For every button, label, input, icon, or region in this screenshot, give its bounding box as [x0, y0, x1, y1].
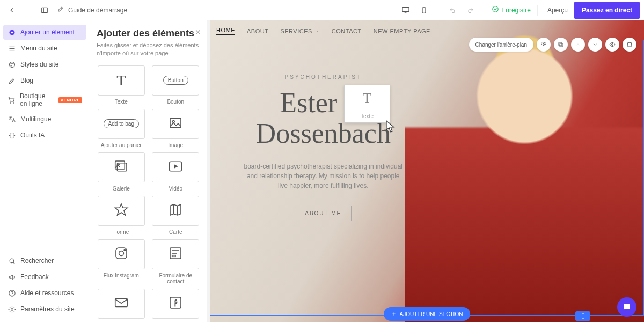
sidebar-item-label: Boutique en ligne: [20, 92, 54, 107]
element-tile-box: [98, 239, 145, 269]
sidebar-item-help[interactable]: Aide et ressources: [3, 286, 86, 301]
svg-point-17: [12, 63, 13, 64]
sidebar-item-site-styles[interactable]: Styles du site: [3, 57, 86, 72]
hero-text-block[interactable]: PSYCHOTHERAPIST Ester S. Dossenbach boar…: [219, 74, 427, 221]
pill-glyph: Add to bag: [104, 119, 139, 128]
add-section-label: AJOUTER UNE SECTION: [400, 311, 463, 317]
palette-icon: [8, 60, 16, 69]
sidebar-item-add-element[interactable]: Ajouter un élément: [3, 25, 86, 40]
section-move-handle[interactable]: [575, 311, 590, 321]
element-tile-subscribe[interactable]: S'abonner: [97, 289, 146, 322]
pill-glyph: Button: [163, 76, 188, 85]
sidebar-item-label: Styles du site: [20, 61, 58, 68]
element-tile-add-to-bag[interactable]: Add to bagAjouter au panier: [97, 109, 146, 148]
svg-rect-43: [115, 299, 128, 307]
element-tile-box: Button: [152, 65, 199, 96]
page-nav: HOMEABOUTSERVICESCONTACTNEW EMPTY PAGE: [216, 27, 430, 35]
element-tile-label: Carte: [169, 229, 182, 235]
desktop-view-button[interactable]: [398, 3, 413, 18]
element-tile-shape[interactable]: Forme: [97, 196, 146, 235]
text-glyph-icon: T: [116, 72, 126, 89]
divider: [438, 5, 438, 16]
element-tile-text[interactable]: TTexte: [97, 65, 146, 105]
sidebar-item-settings[interactable]: Paramètres du site: [3, 302, 86, 317]
pencil-icon: [8, 76, 16, 85]
element-tile-instagram[interactable]: Flux Instagram: [97, 239, 146, 284]
editor-canvas[interactable]: HOMEABOUTSERVICESCONTACTNEW EMPTY PAGE C…: [210, 20, 644, 322]
svg-marker-33: [115, 204, 128, 215]
add-section-button[interactable]: ＋ AJOUTER UNE SECTION: [384, 307, 471, 321]
nav-item-contact[interactable]: CONTACT: [332, 28, 362, 34]
nav-item-home[interactable]: HOME: [216, 27, 235, 35]
facebook-icon: [167, 295, 184, 312]
element-tile-box: T: [98, 65, 145, 96]
cursor-icon: [386, 120, 397, 135]
saved-label: Enregistré: [501, 6, 531, 14]
about-me-button[interactable]: ABOUT ME: [295, 206, 352, 221]
nav-item-about[interactable]: ABOUT: [247, 28, 268, 34]
element-tile-button[interactable]: ButtonBouton: [151, 65, 201, 105]
chat-fab[interactable]: [617, 297, 636, 317]
rocket-icon: [57, 5, 65, 14]
sparkles-icon: [8, 131, 16, 140]
sidebar-item-ai-tools[interactable]: Outils IA: [3, 128, 86, 143]
mobile-view-button[interactable]: [416, 3, 431, 18]
svg-rect-42: [172, 255, 175, 257]
element-tile-image[interactable]: Image: [151, 109, 201, 148]
svg-marker-32: [174, 165, 179, 169]
sidebar-item-search[interactable]: Rechercher: [3, 253, 86, 268]
go-live-button[interactable]: Passez en direct: [574, 2, 640, 19]
element-tile-box: Add to bag: [98, 109, 145, 139]
hero-description: board-certified psychotherapist speciali…: [243, 162, 404, 191]
sidebar-item-label: Rechercher: [20, 257, 54, 265]
sidebar-item-blog[interactable]: Blog: [3, 73, 86, 88]
element-tile-video[interactable]: Vidéo: [151, 152, 201, 192]
element-tile-social[interactable]: Icônes sociales: [151, 289, 201, 322]
svg-point-15: [9, 62, 14, 67]
sidebar: Ajouter un élémentMenu du siteStyles du …: [0, 20, 90, 322]
elements-panel: ✕ Ajouter des éléments Faites glisser et…: [90, 20, 207, 322]
sidebar-item-label: Ajouter un élément: [20, 28, 75, 36]
element-tile-form[interactable]: Formulaire de contact: [151, 239, 201, 284]
nav-item-new-empty-page[interactable]: NEW EMPTY PAGE: [374, 28, 430, 34]
svg-point-24: [12, 295, 12, 295]
redo-button[interactable]: [463, 3, 478, 18]
nav-item-services[interactable]: SERVICES: [280, 28, 312, 34]
element-tile-box: [152, 196, 199, 226]
element-tile-box: [152, 239, 199, 269]
element-tile-gallery[interactable]: Galerie: [97, 152, 146, 192]
envelope-icon: [113, 295, 129, 312]
instagram-icon: [113, 245, 129, 263]
svg-rect-0: [42, 8, 48, 12]
setup-guide-link[interactable]: Guide de démarrage: [57, 5, 127, 14]
element-tile-label: Flux Instagram: [104, 273, 139, 279]
sidebar-item-multilingual[interactable]: Multilingue: [3, 112, 86, 127]
element-tile-box: [98, 289, 145, 319]
sidebar-item-label: Paramètres du site: [20, 305, 75, 313]
sidebar-item-shop[interactable]: Boutique en ligneVENDRE: [3, 89, 86, 111]
preview-link[interactable]: Aperçu: [544, 6, 571, 14]
sidebar-item-site-menu[interactable]: Menu du site: [3, 41, 86, 56]
image-icon: [167, 115, 184, 133]
elements-panel-title: Ajouter des éléments: [97, 28, 200, 39]
map-icon: [167, 202, 184, 219]
svg-line-22: [13, 262, 14, 264]
undo-button[interactable]: [445, 3, 460, 18]
svg-point-20: [13, 102, 14, 103]
element-tile-map[interactable]: Carte: [151, 196, 201, 235]
close-panel-button[interactable]: ✕: [195, 28, 201, 36]
cart-icon: [8, 96, 16, 104]
back-button[interactable]: [4, 3, 19, 18]
translate-icon: [8, 115, 16, 123]
sidebar-item-feedback[interactable]: Feedback: [3, 269, 86, 284]
sidebar-item-label: Feedback: [20, 273, 49, 281]
panel-toggle-button[interactable]: [37, 3, 52, 18]
drag-ghost-text-element: T Texte: [344, 85, 390, 123]
element-tile-label: Texte: [115, 99, 128, 105]
chevron-down-icon: [316, 28, 320, 34]
svg-point-18: [11, 65, 11, 65]
plus-icon: ＋: [391, 310, 397, 318]
svg-point-8: [493, 6, 499, 12]
divider: [537, 5, 538, 16]
saved-status: Enregistré: [492, 5, 531, 14]
